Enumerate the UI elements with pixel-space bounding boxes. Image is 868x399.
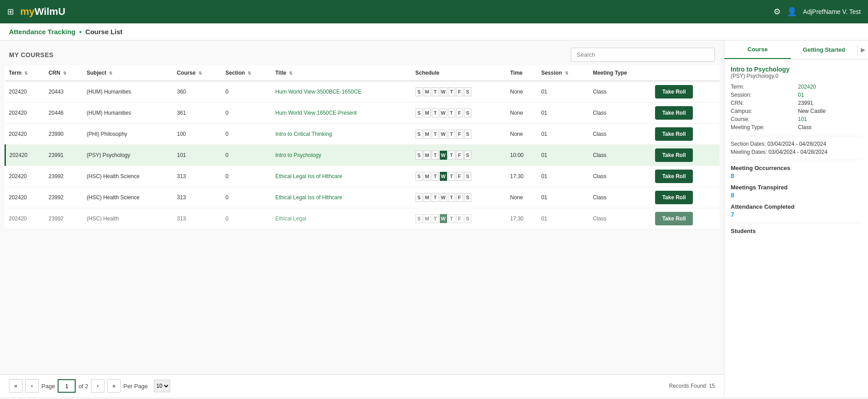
expand-icon[interactable]: ▶	[857, 45, 868, 55]
nav-right: ⚙ 👤 AdjPrefName V. Test	[773, 7, 861, 17]
prev-page-button[interactable]: ‹	[25, 379, 39, 393]
page-number-input[interactable]	[58, 379, 76, 393]
table-row: 202420 23991 (PSY) Psychology 101 0 Intr…	[5, 145, 720, 166]
day-W-3: W	[440, 130, 447, 139]
attendance-completed-value[interactable]: 7	[731, 211, 862, 218]
day-S-6: S	[464, 214, 471, 223]
schedule-days: SMTWTFS	[416, 214, 503, 223]
cell-section: 0	[222, 208, 272, 229]
day-T-4: T	[448, 172, 455, 181]
take-roll-button[interactable]: Take Roll	[655, 127, 693, 141]
cell-course: 360	[173, 81, 222, 103]
meeting-occurrences-block: Meeting Occurrences 8	[731, 165, 862, 179]
day-M-1: M	[424, 172, 431, 181]
breadcrumb-attendance-link[interactable]: Attendance Tracking	[9, 28, 76, 36]
settings-icon[interactable]: ⚙	[773, 7, 781, 17]
section-dates-row: Section Dates: 03/04/2024 - 04/28/2024	[731, 141, 862, 147]
campus-value: New Castle	[798, 108, 862, 114]
cell-course: 313	[173, 208, 222, 229]
col-subject[interactable]: Subject ⇅	[83, 65, 173, 81]
col-course[interactable]: Course ⇅	[173, 65, 222, 81]
col-schedule[interactable]: Schedule	[412, 65, 506, 81]
cell-session: 01	[538, 145, 589, 166]
meeting-occurrences-value[interactable]: 8	[731, 172, 862, 179]
cell-course: 313	[173, 187, 222, 208]
per-page-label: Per Page	[123, 383, 148, 390]
cell-title[interactable]: Ethical Legal	[271, 208, 411, 229]
col-action	[651, 65, 719, 81]
course-value[interactable]: 101	[798, 116, 862, 122]
user-icon[interactable]: 👤	[787, 7, 797, 17]
day-T-2: T	[432, 87, 439, 96]
cell-action: Take Roll	[651, 103, 719, 124]
cell-session: 01	[538, 208, 589, 229]
cell-session: 01	[538, 124, 589, 145]
meeting-type-label: Meeting Type:	[731, 124, 795, 130]
schedule-days: SMTWTFS	[416, 172, 503, 181]
cell-term: 202420	[5, 145, 45, 166]
day-T-4: T	[448, 87, 455, 96]
take-roll-button[interactable]: Take Roll	[655, 212, 693, 225]
col-session[interactable]: Session ⇅	[538, 65, 589, 81]
col-term[interactable]: Term ⇅	[5, 65, 45, 81]
col-section[interactable]: Section ⇅	[222, 65, 272, 81]
breadcrumb: Attendance Tracking ● Course List	[0, 23, 868, 40]
section-title: MY COURSES	[9, 51, 54, 58]
take-roll-button[interactable]: Take Roll	[655, 191, 693, 204]
cell-action: Take Roll	[651, 208, 719, 229]
per-page-select[interactable]: 10 25 50	[154, 380, 170, 392]
breadcrumb-separator: ●	[79, 29, 82, 34]
take-roll-button[interactable]: Take Roll	[655, 85, 693, 99]
meetings-transpired-value[interactable]: 8	[731, 192, 862, 199]
col-title[interactable]: Title ⇅	[271, 65, 411, 81]
table-row: 202420 20443 (HUM) Humanities 360 0 Hum …	[5, 81, 720, 103]
table-row: 202420 23990 (PHI) Philosophy 100 0 Intr…	[5, 124, 720, 145]
col-meeting-type[interactable]: Meeting Type	[589, 65, 651, 81]
take-roll-button[interactable]: Take Roll	[655, 148, 693, 162]
meeting-dates-value: 03/04/2024 - 04/28/2024	[769, 149, 827, 155]
grid-icon[interactable]: ⊞	[7, 7, 14, 17]
logo[interactable]: myWilmU	[20, 6, 65, 18]
last-page-button[interactable]: »	[107, 379, 121, 393]
of-label: of 2	[78, 383, 88, 390]
cell-time: None	[506, 187, 538, 208]
day-F-5: F	[456, 214, 463, 223]
day-F-5: F	[456, 193, 463, 202]
day-W-3: W	[440, 151, 447, 160]
cell-title[interactable]: Hum World View 1650CE-Present	[271, 103, 411, 124]
day-T-4: T	[448, 151, 455, 160]
schedule-days: SMTWTFS	[416, 108, 503, 117]
day-S-6: S	[464, 151, 471, 160]
cell-title[interactable]: Intro to Critical Thinking	[271, 124, 411, 145]
sidebar-course-name[interactable]: Intro to Psychology	[731, 66, 862, 73]
session-value[interactable]: 01	[798, 92, 862, 98]
next-page-button[interactable]: ›	[91, 379, 104, 393]
tab-getting-started[interactable]: Getting Started	[791, 41, 858, 58]
cell-subject: (HSC) Health	[83, 208, 173, 229]
cell-course: 100	[173, 124, 222, 145]
session-label: Session:	[731, 92, 795, 98]
col-time[interactable]: Time	[506, 65, 538, 81]
first-page-button[interactable]: «	[9, 379, 23, 393]
col-crn[interactable]: CRN ⇅	[45, 65, 83, 81]
take-roll-button[interactable]: Take Roll	[655, 106, 693, 120]
cell-time: None	[506, 103, 538, 124]
meetings-transpired-block: Meetings Transpired 8	[731, 184, 862, 199]
course-label: Course:	[731, 116, 795, 122]
cell-schedule: SMTWTFS	[412, 187, 506, 208]
day-F-5: F	[456, 108, 463, 117]
cell-meeting-type: Class	[589, 166, 651, 187]
term-value[interactable]: 202420	[798, 84, 862, 90]
cell-title[interactable]: Ethical Legal Iss of Hlthcare	[271, 166, 411, 187]
search-input[interactable]	[571, 48, 715, 62]
right-sidebar: Course Getting Started ▶ Intro to Psycho…	[724, 40, 868, 397]
cell-session: 01	[538, 187, 589, 208]
sidebar-tabs: Course Getting Started ▶	[724, 40, 868, 59]
cell-title[interactable]: Ethical Legal Iss of Hlthcare	[271, 187, 411, 208]
tab-course[interactable]: Course	[724, 40, 791, 59]
day-F-5: F	[456, 87, 463, 96]
cell-title[interactable]: Hum World View 3500BCE-1650CE	[271, 81, 411, 103]
day-T-2: T	[432, 214, 439, 223]
cell-title[interactable]: Intro to Psychology	[271, 145, 411, 166]
take-roll-button[interactable]: Take Roll	[655, 170, 693, 183]
